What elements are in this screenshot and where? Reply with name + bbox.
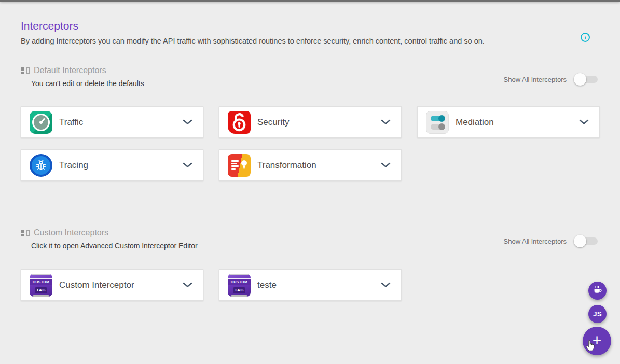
grid-icon	[21, 67, 29, 74]
show-all-toggle-custom[interactable]	[574, 235, 598, 247]
java-interceptor-fab[interactable]	[588, 282, 607, 300]
tag-text: TAG	[35, 287, 47, 293]
section-title: Default Interceptors	[34, 66, 106, 75]
custom-tag-text: CUSTOM	[30, 278, 52, 285]
chevron-down-icon[interactable]	[183, 282, 192, 288]
interceptor-card-traffic[interactable]: Traffic	[21, 106, 203, 138]
custom-tag-text: CUSTOM	[228, 278, 251, 285]
interceptor-card-mediation[interactable]: Mediation	[417, 106, 600, 138]
interceptor-card-transformation[interactable]: Transformation	[219, 149, 402, 181]
top-edge-shadow	[0, 0, 620, 2]
section-title: Custom Interceptors	[34, 228, 108, 237]
toggle-knob	[574, 73, 586, 86]
tag-text: TAG	[233, 287, 245, 293]
tracing-bug-icon	[30, 154, 52, 177]
interceptor-card-tracing[interactable]: Tracing	[21, 149, 203, 181]
security-lock-icon	[228, 111, 251, 134]
custom-tag-icon: CUSTOM TAG	[30, 274, 52, 297]
interceptor-card-teste[interactable]: CUSTOM TAG teste	[219, 269, 402, 301]
interceptor-card-custom-interceptor[interactable]: CUSTOM TAG Custom Interceptor	[21, 269, 203, 301]
default-section-subtext: You can't edit or delete the defaults	[31, 79, 144, 88]
javascript-interceptor-fab[interactable]: JS	[588, 305, 607, 323]
toggle-knob	[574, 235, 586, 247]
chevron-down-icon[interactable]	[381, 282, 391, 288]
plus-icon: +	[593, 332, 602, 348]
custom-interceptors-header: Custom Interceptors	[21, 228, 108, 237]
info-icon[interactable]: i	[581, 33, 590, 42]
transformation-doc-bulb-icon	[228, 154, 251, 177]
card-label: Mediation	[456, 117, 494, 128]
page-subtitle: By adding Interceptors you can modify th…	[21, 37, 545, 45]
chevron-down-icon[interactable]	[381, 119, 391, 125]
card-label: Transformation	[257, 160, 316, 171]
card-label: Custom Interceptor	[59, 280, 134, 290]
traffic-gauge-icon	[30, 111, 52, 134]
card-label: Traffic	[59, 117, 83, 128]
card-label: Tracing	[59, 160, 88, 171]
show-all-label: Show All interceptors	[504, 76, 567, 83]
page-title: Interceptors	[21, 20, 78, 32]
custom-tag-icon: CUSTOM TAG	[228, 274, 251, 297]
chevron-down-icon[interactable]	[183, 119, 192, 125]
chevron-down-icon[interactable]	[381, 162, 391, 168]
chevron-down-icon[interactable]	[183, 162, 192, 168]
add-interceptor-fab[interactable]: +	[583, 327, 611, 355]
show-all-label: Show All interceptors	[504, 237, 567, 245]
show-all-toggle-default[interactable]	[574, 73, 598, 86]
coffee-cup-icon	[593, 286, 602, 296]
interceptor-card-security[interactable]: Security	[219, 106, 402, 138]
card-label: teste	[257, 280, 277, 290]
card-label: Security	[257, 117, 289, 128]
grid-icon	[21, 230, 29, 236]
chevron-down-icon[interactable]	[579, 119, 589, 125]
default-interceptors-header: Default Interceptors	[21, 66, 106, 75]
mediation-toggles-icon	[426, 111, 449, 134]
custom-section-subtext: Click it to open Advanced Custom Interce…	[31, 242, 198, 250]
js-label: JS	[593, 310, 602, 318]
interceptors-page: Interceptors By adding Interceptors you …	[0, 0, 620, 364]
